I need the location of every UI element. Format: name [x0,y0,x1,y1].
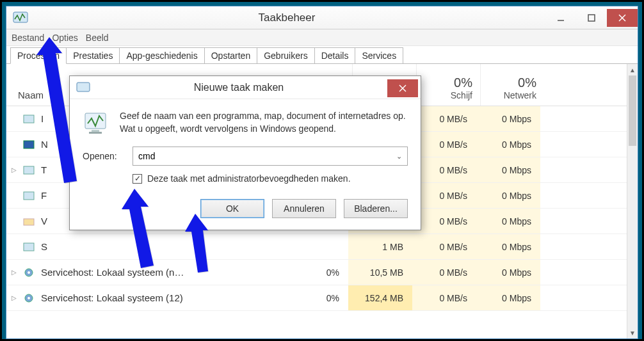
tab-processes[interactable]: Processen [10,47,67,64]
minimize-button[interactable] [545,9,576,27]
process-icon [22,164,36,176]
svg-rect-19 [92,130,99,132]
svg-rect-8 [24,192,34,200]
maximize-icon [588,14,595,22]
chevron-down-icon: ⌄ [396,152,402,161]
open-value: cmd [138,151,155,161]
scroll-up-button[interactable]: ▲ [627,64,638,75]
maximize-button[interactable] [576,9,607,27]
tabs: Processen Prestaties App-geschiedenis Op… [6,46,638,64]
expand-toggle[interactable]: ▷ [6,269,22,276]
svg-point-12 [28,271,30,274]
scroll-thumb[interactable] [629,75,636,146]
dialog-titlebar: Nieuwe taak maken [70,76,421,99]
minimize-icon [557,14,565,22]
close-icon [618,14,626,22]
run-dialog: Nieuwe taak maken Geef de naam van een p… [69,75,421,230]
table-row[interactable]: S 1 MB 0 MB/s 0 Mbps [6,234,638,260]
admin-checkbox[interactable]: ✓ [133,174,142,184]
table-row[interactable]: ▷ Servicehost: Lokaal systeem (12) 0% 15… [6,285,638,311]
column-network[interactable]: 0% Netwerk [480,64,544,106]
process-icon [22,139,36,150]
svg-rect-15 [77,83,90,91]
monitor-icon [83,109,111,138]
tab-performance[interactable]: Prestaties [66,47,120,63]
svg-rect-10 [24,243,34,251]
svg-point-14 [28,297,30,299]
menu-file[interactable]: Bestand [12,33,44,43]
svg-rect-6 [24,141,34,148]
tab-users[interactable]: Gebruikers [257,47,314,63]
ok-button[interactable]: OK [200,199,264,218]
process-icon [22,113,36,125]
gear-icon [22,292,36,304]
process-icon [22,241,36,253]
tab-details[interactable]: Details [314,47,356,63]
menu-options[interactable]: Opties [52,33,77,43]
svg-rect-7 [24,166,34,174]
svg-rect-9 [24,219,34,225]
svg-rect-20 [89,132,102,134]
run-icon [76,82,90,93]
admin-checkbox-label: Deze taak met administratorbevoegdheden … [147,173,351,184]
cancel-button[interactable]: Annuleren [272,199,336,218]
vertical-scrollbar[interactable]: ▲ ▼ [627,64,638,338]
svg-rect-5 [24,115,34,123]
folder-icon [22,216,36,227]
close-button[interactable] [607,9,638,27]
dialog-title: Nieuwe taak maken [90,82,387,93]
close-icon [399,84,407,92]
expand-toggle[interactable]: ▷ [6,294,22,301]
browse-button[interactable]: Bladeren... [344,199,408,218]
dialog-description: Geef de naam van een programma, map, doc… [120,109,408,138]
menubar: Bestand Opties Beeld [6,29,638,46]
process-icon [22,190,36,202]
open-label: Openen: [83,151,124,161]
scroll-down-button[interactable]: ▼ [627,327,638,338]
column-disk[interactable]: 0% Schijf [416,64,480,106]
titlebar: Taakbeheer [6,6,638,29]
dialog-close-button[interactable] [387,79,418,97]
tab-startup[interactable]: Opstarten [204,47,257,63]
expand-toggle[interactable]: ▷ [6,166,22,173]
menu-view[interactable]: Beeld [86,33,109,43]
svg-rect-2 [588,15,595,21]
tab-app-history[interactable]: App-geschiedenis [119,47,204,63]
app-icon [13,12,28,24]
open-combobox[interactable]: cmd ⌄ [133,147,408,166]
tab-services[interactable]: Services [355,47,403,63]
window-title: Taakbeheer [28,12,545,24]
gear-icon [22,267,36,278]
table-row[interactable]: ▷ Servicehost: Lokaal systeem (n… 0% 10,… [6,260,638,285]
